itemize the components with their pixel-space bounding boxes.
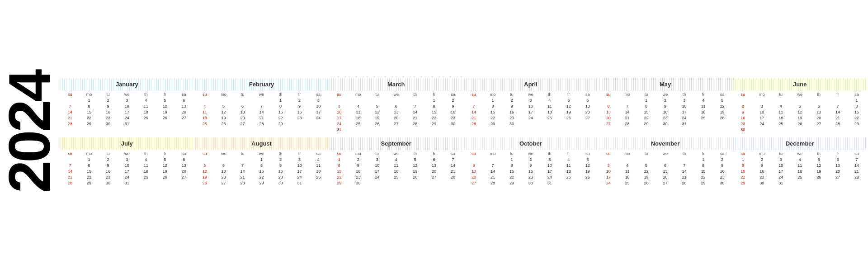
day-cell: 16: [99, 109, 118, 115]
day-cell: 0: [387, 98, 406, 104]
day-cell: 2: [656, 98, 675, 104]
day-cell: 16: [502, 109, 521, 115]
day-cell: 20: [233, 115, 252, 121]
day-cell: 0: [790, 127, 809, 133]
day-cell: 2: [712, 157, 731, 163]
day-cell: 6: [214, 163, 233, 169]
day-cell: 14: [443, 163, 462, 169]
month-september: Septembersumotuwethfrsa12345678910111213…: [330, 137, 462, 186]
day-cell: 23: [349, 174, 368, 180]
day-cell: 5: [214, 104, 233, 109]
day-header-su: su: [195, 151, 214, 156]
days-grid: 0000001234567891011121314151617181920212…: [733, 98, 866, 133]
day-cell: 0: [521, 121, 540, 127]
day-cell: 28: [675, 180, 694, 186]
day-cell: 25: [137, 174, 156, 180]
day-cell: 8: [483, 104, 502, 109]
day-cell: 13: [175, 104, 193, 109]
day-cell: 0: [214, 98, 233, 104]
day-cell: 20: [599, 115, 618, 121]
day-cell: 26: [156, 115, 175, 121]
day-header-mo: mo: [618, 151, 637, 156]
day-cell: 17: [290, 169, 309, 174]
day-header-sa: sa: [712, 92, 731, 97]
day-header-th: th: [406, 92, 425, 97]
day-cell: 10: [599, 169, 618, 174]
day-cell: 30: [502, 121, 521, 127]
day-cell: 19: [712, 109, 731, 115]
day-header-we: we: [252, 151, 271, 156]
days-grid: 0000123456789101112131415161718192021222…: [195, 98, 328, 127]
day-cell: 0: [425, 127, 443, 133]
day-cell: 6: [175, 98, 193, 104]
day-cell: 18: [137, 169, 156, 174]
day-header-mo: mo: [349, 151, 368, 156]
days-grid: 0123456789101112131415161718192021222324…: [61, 98, 193, 127]
day-cell: 9: [752, 163, 771, 169]
day-cell: 27: [464, 180, 483, 186]
month-header-march: March: [330, 78, 462, 91]
day-cell: 23: [656, 115, 675, 121]
day-header-th: th: [406, 151, 425, 156]
day-cell: 5: [195, 163, 214, 169]
month-march: Marchsumotuwethfrsa000001234567891011121…: [330, 78, 462, 133]
day-cell: 15: [271, 109, 290, 115]
day-cell: 0: [599, 157, 618, 163]
day-cell: 8: [80, 104, 99, 109]
day-cell: 13: [233, 109, 252, 115]
day-header-sa: sa: [443, 92, 462, 97]
day-cell: 19: [195, 174, 214, 180]
day-cell: 6: [233, 104, 252, 109]
day-cell: 2: [99, 157, 118, 163]
day-cell: 8: [502, 163, 521, 169]
day-cell: 29: [330, 180, 349, 186]
day-header-fr: fr: [290, 92, 309, 97]
day-cell: 15: [637, 109, 656, 115]
day-cell: 0: [483, 157, 502, 163]
day-cell: 8: [733, 163, 752, 169]
day-header-fr: fr: [425, 151, 443, 156]
day-headers: sumotuwethfrsa: [464, 151, 597, 156]
day-cell: 28: [233, 180, 252, 186]
day-cell: 11: [771, 109, 790, 115]
month-header-november: November: [599, 137, 732, 150]
day-cell: 6: [828, 157, 847, 163]
month-name: September: [381, 140, 411, 147]
day-cell: 21: [464, 115, 483, 121]
day-cell: 29: [733, 180, 752, 186]
day-cell: 28: [618, 121, 637, 127]
day-cell: 2: [443, 98, 462, 104]
day-cell: 0: [847, 127, 866, 133]
day-cell: 1: [637, 98, 656, 104]
day-cell: 18: [387, 169, 406, 174]
day-header-we: we: [790, 151, 809, 156]
day-cell: 0: [443, 127, 462, 133]
day-cell: 28: [828, 121, 847, 127]
day-header-tu: tu: [502, 92, 521, 97]
month-header-september: September: [330, 137, 462, 150]
day-cell: 2: [733, 104, 752, 109]
day-cell: 2: [349, 157, 368, 163]
day-cell: 1: [502, 157, 521, 163]
day-cell: 13: [809, 109, 828, 115]
day-header-sa: sa: [578, 92, 597, 97]
day-cell: 0: [771, 98, 790, 104]
month-name: December: [786, 140, 814, 147]
day-header-sa: sa: [847, 92, 866, 97]
day-cell: 0: [233, 98, 252, 104]
day-cell: 7: [406, 104, 425, 109]
day-cell: 31: [118, 121, 137, 127]
day-header-sa: sa: [847, 151, 866, 156]
day-cell: 6: [656, 163, 675, 169]
day-cell: 25: [195, 121, 214, 127]
day-cell: 24: [118, 115, 137, 121]
day-header-su: su: [330, 92, 349, 97]
day-cell: 12: [156, 163, 175, 169]
day-cell: 9: [443, 104, 462, 109]
month-header-july: July: [61, 137, 193, 150]
day-headers: sumotuwethfrsa: [330, 92, 462, 97]
day-cell: 24: [290, 174, 309, 180]
day-headers: sumotuwethfrsa: [195, 92, 328, 97]
month-header-june: June: [733, 78, 866, 91]
months-container: Januarysumotuwethfrsa0123456789101112131…: [59, 75, 868, 190]
